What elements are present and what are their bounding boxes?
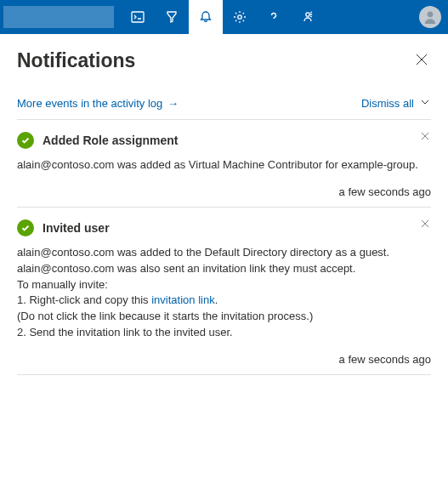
notification-time: a few seconds ago: [17, 185, 431, 198]
close-icon[interactable]: [412, 50, 431, 72]
chevron-down-icon[interactable]: [419, 96, 431, 111]
gear-icon[interactable]: [223, 0, 257, 34]
notification-line: To manually invite:: [17, 278, 108, 291]
more-events-link[interactable]: More events in the activity log →: [17, 97, 179, 110]
invitation-link[interactable]: invitation link: [151, 293, 214, 306]
dismiss-notification-icon[interactable]: [419, 214, 431, 233]
notifications-panel: Notifications More events in the activit…: [0, 34, 448, 375]
notification-line: .: [215, 293, 218, 306]
svg-point-3: [428, 11, 434, 17]
panel-header: Notifications: [17, 34, 431, 79]
bell-icon[interactable]: [189, 0, 223, 34]
arrow-right-icon: →: [167, 97, 179, 110]
feedback-icon[interactable]: [291, 0, 325, 34]
notification-line: 1. Right-click and copy this: [17, 293, 151, 306]
notification-body: alain@contoso.com was added as Virtual M…: [17, 157, 431, 174]
notification-line: (Do not click the link because it starts…: [17, 310, 313, 322]
success-icon: [17, 132, 34, 149]
notification-line: 2. Send the invitation link to the invit…: [17, 326, 233, 339]
notification-time: a few seconds ago: [17, 353, 431, 366]
notification-title: Invited user: [43, 221, 110, 235]
more-events-label: More events in the activity log: [17, 97, 162, 110]
page-title: Notifications: [17, 49, 135, 72]
notification-line: alain@contoso.com was added to the Defau…: [17, 246, 389, 259]
notification-body: alain@contoso.com was added to the Defau…: [17, 245, 431, 341]
help-icon[interactable]: [257, 0, 291, 34]
svg-point-2: [306, 13, 309, 16]
notification-item: Added Role assignment alain@contoso.com …: [17, 120, 431, 208]
avatar[interactable]: [419, 6, 441, 28]
success-icon: [17, 219, 34, 236]
dismiss-notification-icon[interactable]: [419, 127, 431, 145]
svg-rect-0: [132, 12, 144, 22]
search-input[interactable]: [3, 6, 114, 28]
directory-filter-icon[interactable]: [155, 0, 189, 34]
svg-point-1: [238, 15, 241, 19]
notification-title: Added Role assignment: [43, 134, 178, 147]
notification-line: alain@contoso.com was also sent an invit…: [17, 262, 355, 275]
cloud-shell-icon[interactable]: [121, 0, 155, 34]
topbar: [0, 0, 448, 34]
dismiss-all-link[interactable]: Dismiss all: [361, 97, 414, 110]
topbar-icons: [121, 0, 325, 34]
notification-item: Invited user alain@contoso.com was added…: [17, 208, 431, 375]
actions-row: More events in the activity log → Dismis…: [17, 79, 431, 120]
